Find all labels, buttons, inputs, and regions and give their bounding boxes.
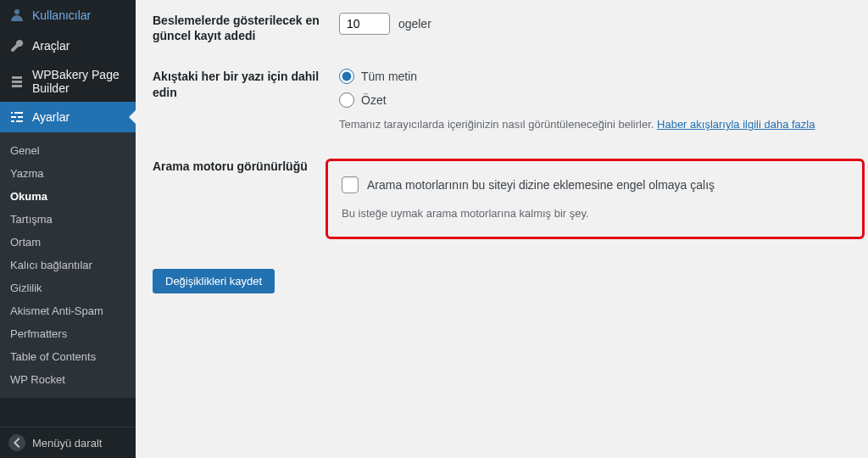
sub-item-toc[interactable]: Table of Contents [0, 345, 136, 368]
sidebar-label: Kullanıcılar [32, 8, 91, 22]
row-search-visibility: Arama motoru görünürlüğü Arama motorları… [153, 146, 851, 253]
input-feed-count[interactable] [339, 13, 390, 35]
sidebar-item-settings[interactable]: Ayarlar [0, 102, 136, 132]
highlight-box: Arama motorlarının bu siteyi dizine ekle… [326, 159, 865, 240]
sub-item-media[interactable]: Ortam [0, 231, 136, 254]
chevron-left-icon [8, 434, 25, 451]
save-button[interactable]: Değişiklikleri kaydet [153, 269, 275, 293]
sub-item-perfmatters[interactable]: Perfmatters [0, 322, 136, 345]
sidebar-item-wpbakery[interactable]: WPBakery Page Builder [0, 61, 136, 102]
sidebar-collapse[interactable]: Menüyü daralt [0, 427, 136, 458]
sub-item-reading[interactable]: Okuma [0, 185, 136, 208]
sidebar-item-users[interactable]: Kullanıcılar [0, 0, 136, 31]
search-visibility-description: Bu isteğe uymak arama motorlarına kalmış… [342, 205, 849, 222]
radio-label-summary: Özet [361, 93, 387, 107]
sub-item-wprocket[interactable]: WP Rocket [0, 368, 136, 391]
sub-item-privacy[interactable]: Gizlilik [0, 276, 136, 299]
sub-item-discussion[interactable]: Tartışma [0, 208, 136, 231]
sub-item-writing[interactable]: Yazma [0, 162, 136, 185]
link-feed-more[interactable]: Haber akışlarıyla ilgili daha fazla [657, 118, 815, 131]
radio-summary[interactable] [339, 92, 354, 108]
row-feed-include: Akıştaki her bir yazı için dahil edin Tü… [153, 56, 851, 146]
sub-item-general[interactable]: Genel [0, 139, 136, 162]
users-icon [8, 7, 25, 24]
radio-label-full: Tüm metin [361, 70, 417, 83]
checkbox-discourage-search[interactable] [342, 176, 359, 193]
checkbox-label: Arama motorlarının bu siteyi dizine ekle… [367, 178, 715, 192]
collapse-label: Menüyü daralt [32, 437, 102, 450]
sidebar-label: WPBakery Page Builder [32, 68, 129, 95]
sidebar-item-tools[interactable]: Araçlar [0, 31, 136, 61]
main-content: Beslemelerde gösterilecek en güncel kayı… [136, 0, 868, 458]
sidebar-label: Araçlar [32, 39, 70, 53]
sidebar-label: Ayarlar [32, 110, 70, 124]
sub-item-akismet[interactable]: Akismet Anti-Spam [0, 299, 136, 322]
label-feed-include: Akıştaki her bir yazı için dahil edin [153, 69, 339, 99]
row-feed-count: Beslemelerde gösterilecek en güncel kayı… [153, 0, 851, 56]
plugin-icon [8, 73, 25, 90]
sidebar-submenu: Genel Yazma Okuma Tartışma Ortam Kalıcı … [0, 132, 136, 398]
label-feed-count: Beslemelerde gösterilecek en güncel kayı… [153, 13, 339, 43]
radio-full-text[interactable] [339, 69, 354, 84]
suffix-feed-count: ogeler [398, 17, 431, 31]
feed-include-description: Temanız tarayıcılarda içeriğinizin nasıl… [339, 116, 851, 133]
sliders-icon [8, 109, 25, 126]
sub-item-permalinks[interactable]: Kalıcı bağlantılar [0, 254, 136, 276]
label-search-visibility: Arama motoru görünürlüğü [153, 159, 339, 174]
admin-sidebar: Kullanıcılar Araçlar WPBakery Page Build… [0, 0, 136, 458]
wrench-icon [8, 37, 25, 54]
